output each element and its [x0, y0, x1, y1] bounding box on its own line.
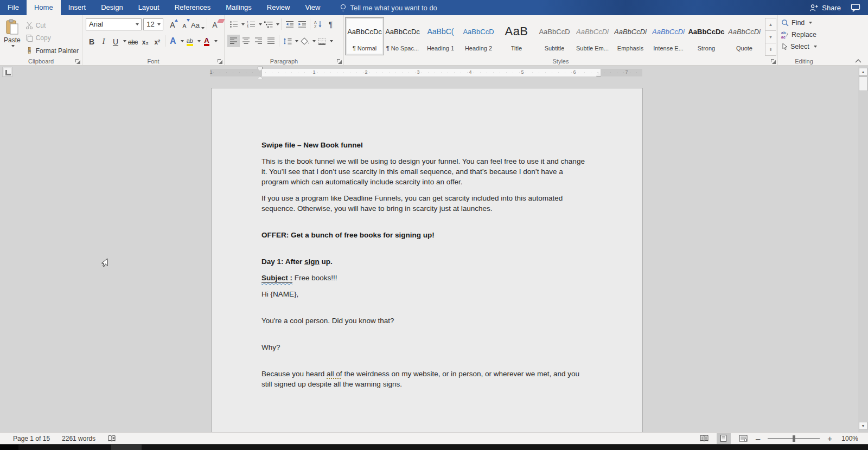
- find-button[interactable]: Find: [779, 17, 829, 29]
- word-count[interactable]: 2261 words: [62, 435, 95, 442]
- format-painter-label: Format Painter: [36, 47, 79, 55]
- print-layout-button[interactable]: [717, 433, 731, 444]
- styles-scroll-up-button[interactable]: ▲: [765, 18, 776, 31]
- tab-insert[interactable]: Insert: [61, 0, 94, 15]
- collapse-ribbon-button[interactable]: [855, 59, 861, 63]
- web-layout-button[interactable]: [736, 433, 750, 444]
- borders-button[interactable]: [316, 35, 328, 47]
- numbering-button[interactable]: 123: [245, 18, 257, 30]
- style-card-title[interactable]: AaBTitle: [497, 18, 535, 55]
- style-card-subtitle[interactable]: AaBbCcDSubtitle: [535, 18, 573, 55]
- zoom-slider[interactable]: [768, 438, 820, 439]
- comments-icon[interactable]: [851, 3, 860, 12]
- replace-button[interactable]: abac Replace: [779, 29, 829, 41]
- text-run: Day 1: After: [261, 258, 304, 266]
- scroll-down-button[interactable]: ▼: [859, 422, 867, 430]
- tell-me-box[interactable]: Tell me what you want to do: [340, 0, 437, 15]
- justify-button[interactable]: [265, 35, 277, 47]
- font-dialog-launcher[interactable]: [217, 59, 222, 64]
- font-family-combobox[interactable]: Arial: [86, 18, 142, 30]
- word-window: FileHomeInsertDesignLayoutReferencesMail…: [0, 0, 868, 450]
- multilevel-dropdown-arrow[interactable]: [276, 23, 279, 25]
- style-card--no-spac-[interactable]: AaBbCcDc¶ No Spac...: [384, 18, 422, 55]
- style-card--normal[interactable]: AaBbCcDc¶ Normal: [346, 18, 384, 55]
- style-card-strong[interactable]: AaBbCcDcStrong: [687, 18, 725, 55]
- zoom-level[interactable]: 100%: [838, 435, 858, 442]
- zoom-slider-thumb[interactable]: [793, 435, 795, 442]
- borders-dropdown-arrow[interactable]: [330, 40, 333, 42]
- font-color-dropdown-arrow[interactable]: [214, 40, 218, 42]
- align-right-button[interactable]: [252, 35, 265, 47]
- justify-icon: [267, 37, 275, 44]
- show-hide-pilcrow-button[interactable]: ¶: [324, 18, 337, 30]
- clipboard-dialog-launcher[interactable]: [75, 59, 80, 64]
- copy-button[interactable]: Copy: [23, 33, 81, 43]
- document-page[interactable]: Swipe file – New Book funnelThis is the …: [211, 88, 643, 432]
- scroll-up-button[interactable]: ▲: [859, 68, 867, 76]
- tab-home[interactable]: Home: [27, 0, 61, 15]
- align-center-button[interactable]: [240, 35, 252, 47]
- read-mode-button[interactable]: [697, 433, 711, 444]
- shading-button[interactable]: [298, 35, 311, 47]
- italic-button[interactable]: I: [98, 35, 110, 47]
- strikethrough-button[interactable]: abc: [126, 35, 139, 47]
- paste-dropdown-arrow[interactable]: [11, 45, 15, 47]
- style-sample: AaBbCcDc: [347, 18, 382, 45]
- tab-view[interactable]: View: [297, 0, 328, 15]
- increase-indent-icon: [298, 21, 307, 28]
- subscript-button[interactable]: x₂: [139, 35, 151, 47]
- zoom-in-button[interactable]: +: [827, 434, 832, 443]
- paste-button[interactable]: Paste: [1, 17, 23, 56]
- style-card-heading-2[interactable]: AaBbCcDHeading 2: [459, 18, 497, 55]
- increase-indent-button[interactable]: [296, 18, 308, 30]
- style-card-emphasis[interactable]: AaBbCcDiEmphasis: [611, 18, 649, 55]
- styles-dialog-launcher[interactable]: [770, 59, 776, 64]
- select-button[interactable]: Select: [779, 41, 829, 53]
- change-case-button[interactable]: Aa: [190, 18, 205, 30]
- tab-design[interactable]: Design: [93, 0, 130, 15]
- taskbar-edge: [0, 444, 868, 450]
- vertical-scrollbar[interactable]: ▲ ▼: [858, 66, 868, 432]
- format-painter-button[interactable]: Format Painter: [23, 46, 81, 56]
- text-run: OFFER: Get a bunch of free books for sig…: [261, 231, 435, 239]
- share-button[interactable]: Share: [809, 4, 841, 12]
- font-size-combobox[interactable]: 12: [143, 18, 163, 30]
- style-card-intense-e-[interactable]: AaBbCcDiIntense E...: [649, 18, 687, 55]
- style-sample: AaBbCcD: [463, 18, 494, 45]
- clear-formatting-button[interactable]: A: [209, 18, 221, 30]
- tab-layout[interactable]: Layout: [131, 0, 167, 15]
- superscript-button[interactable]: x²: [151, 35, 163, 47]
- highlight-color-button[interactable]: ab: [184, 35, 196, 47]
- align-left-button[interactable]: [227, 35, 240, 47]
- tab-review[interactable]: Review: [259, 0, 298, 15]
- find-label: Find: [792, 19, 805, 27]
- style-card-quote[interactable]: AaBbCcDiQuote: [725, 18, 763, 55]
- grow-font-button[interactable]: A: [167, 18, 178, 30]
- sort-button[interactable]: AZ: [312, 18, 324, 30]
- font-color-button[interactable]: A: [201, 35, 213, 47]
- proofing-errors-icon[interactable]: [107, 435, 117, 442]
- styles-scroll-down-button[interactable]: ▼: [765, 30, 776, 43]
- tab-references[interactable]: References: [167, 0, 218, 15]
- cut-button[interactable]: Cut: [23, 20, 81, 31]
- styles-more-button[interactable]: ⇟: [765, 43, 776, 56]
- tab-stop-selector[interactable]: [2, 67, 12, 77]
- shrink-font-button[interactable]: A: [178, 18, 190, 30]
- style-card-heading-1[interactable]: AaBbC(Heading 1: [422, 18, 459, 55]
- tab-mailings[interactable]: Mailings: [218, 0, 259, 15]
- multilevel-list-button[interactable]: [262, 18, 275, 30]
- bullets-button[interactable]: [227, 18, 240, 30]
- scrollbar-thumb[interactable]: [859, 76, 867, 91]
- text-effects-button[interactable]: A: [167, 35, 179, 47]
- tab-file[interactable]: File: [0, 0, 27, 15]
- ribbon-group-font: Arial 12 A A Aa A B I U abc x₂ x² A: [82, 15, 225, 65]
- bold-button[interactable]: B: [86, 35, 98, 47]
- page-indicator[interactable]: Page 1 of 15: [13, 435, 50, 442]
- underline-button[interactable]: U: [110, 35, 122, 47]
- zoom-out-button[interactable]: –: [756, 434, 760, 443]
- decrease-indent-button[interactable]: [283, 18, 296, 30]
- paragraph-dialog-launcher[interactable]: [336, 59, 342, 64]
- ruler-bar[interactable]: 11234567: [210, 69, 642, 76]
- line-spacing-button[interactable]: [281, 35, 293, 47]
- style-card-subtle-em-[interactable]: AaBbCcDiSubtle Em...: [573, 18, 611, 55]
